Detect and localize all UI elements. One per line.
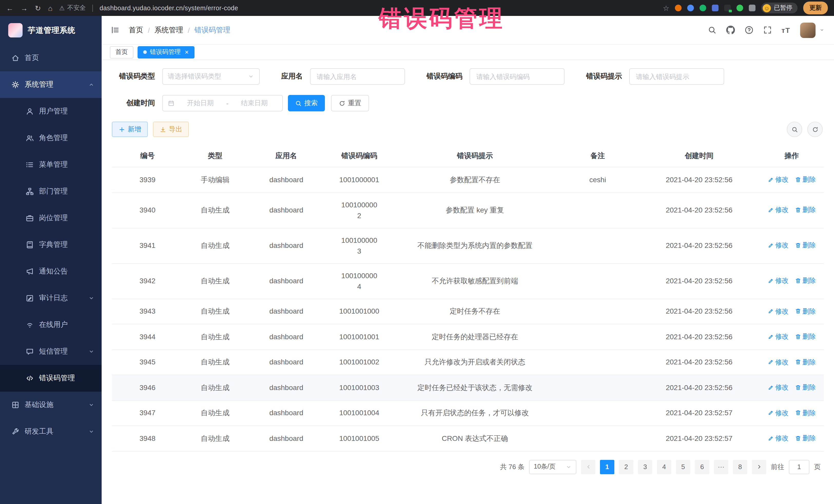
app-name-input[interactable]: [310, 68, 405, 85]
breadcrumb-item[interactable]: 系统管理: [154, 25, 183, 35]
delete-link-label: 删除: [803, 433, 816, 443]
page-size-select[interactable]: 10条/页: [529, 460, 576, 474]
page-button-2[interactable]: 2: [619, 460, 633, 474]
delete-link[interactable]: 删除: [795, 240, 816, 251]
back-icon[interactable]: ←: [6, 4, 13, 12]
page-button-8[interactable]: 8: [733, 460, 747, 474]
extension-blue-icon[interactable]: [687, 5, 694, 11]
profile-chip[interactable]: ☺ 已暂停: [761, 3, 797, 13]
edit-link[interactable]: 修改: [768, 356, 789, 367]
sidebar-toggle[interactable]: [111, 26, 119, 35]
tab-home[interactable]: 首页: [110, 46, 133, 58]
sidebar-item-sms[interactable]: 短信管理: [0, 338, 102, 365]
forward-icon[interactable]: →: [21, 4, 28, 12]
home-icon[interactable]: ⌂: [48, 4, 52, 12]
delete-link[interactable]: 删除: [795, 433, 816, 443]
cell-time: 2021-04-20 23:52:56: [639, 324, 760, 350]
sidebar-item-book[interactable]: 字典管理: [0, 232, 102, 258]
edit-icon: [768, 308, 774, 314]
page-more-button[interactable]: ···: [714, 460, 728, 474]
sidebar-item-grid[interactable]: 基础设施: [0, 392, 102, 418]
sidebar-item-briefcase[interactable]: 岗位管理: [0, 205, 102, 232]
delete-link[interactable]: 删除: [795, 204, 816, 215]
refresh-table-button[interactable]: [807, 122, 823, 137]
extension-dark-on-icon[interactable]: [724, 5, 731, 11]
reload-icon[interactable]: ↻: [35, 4, 41, 12]
sidebar-item-menu[interactable]: 菜单管理: [0, 151, 102, 178]
cell-hint: 不能删除类型为系统内置的参数配置: [393, 228, 557, 263]
table-header-row: 编号类型应用名错误码编码错误码提示备注创建时间操作: [112, 145, 824, 167]
date-range-picker[interactable]: 开始日期 - 结束日期: [162, 95, 283, 111]
reset-button[interactable]: 重置: [331, 95, 369, 111]
edit-link[interactable]: 修改: [768, 275, 789, 286]
caret-down-icon[interactable]: [819, 27, 825, 33]
add-button[interactable]: 新增: [112, 122, 148, 137]
delete-link[interactable]: 删除: [795, 306, 816, 316]
error-hint-input[interactable]: [629, 68, 724, 85]
sidebar-item-user[interactable]: 用户管理: [0, 98, 102, 125]
user-avatar[interactable]: [800, 22, 815, 38]
delete-link[interactable]: 删除: [795, 356, 816, 367]
app-logo[interactable]: 芋道管理系统: [0, 16, 102, 45]
edit-link[interactable]: 修改: [768, 331, 789, 342]
page-button-4[interactable]: 4: [657, 460, 671, 474]
cell-type: 自动生成: [183, 426, 247, 451]
delete-link[interactable]: 删除: [795, 382, 816, 393]
page-size-value: 10条/页: [534, 462, 555, 471]
sidebar-item-megaphone[interactable]: 通知公告: [0, 258, 102, 285]
page-button-3[interactable]: 3: [638, 460, 652, 474]
extension-green-check-icon[interactable]: [700, 5, 706, 11]
table-body: 3939手动编辑dashboard1001000001参数配置不存在ceshi2…: [112, 167, 824, 451]
extension-orange-icon[interactable]: [675, 5, 682, 11]
breadcrumb-item[interactable]: 首页: [129, 25, 143, 35]
tab-error-code[interactable]: 错误码管理×: [137, 46, 194, 58]
prev-page-button[interactable]: [581, 460, 595, 474]
search-icon[interactable]: [707, 26, 716, 35]
extension-leaf-icon[interactable]: [737, 5, 743, 11]
edit-link[interactable]: 修改: [768, 174, 789, 185]
delete-link[interactable]: 删除: [795, 331, 816, 342]
cell-time: 2021-04-20 23:52:56: [639, 263, 760, 299]
page-button-5[interactable]: 5: [676, 460, 690, 474]
edit-link[interactable]: 修改: [768, 306, 789, 316]
delete-link[interactable]: 删除: [795, 275, 816, 286]
sidebar-item-wrench[interactable]: 研发工具: [0, 418, 102, 445]
edit-icon: [768, 435, 774, 441]
browser-update-button[interactable]: 更新: [803, 2, 828, 14]
sidebar-item-tree[interactable]: 部门管理: [0, 178, 102, 205]
export-button[interactable]: 导出: [153, 122, 189, 137]
sidebar-item-online[interactable]: 在线用户: [0, 311, 102, 338]
sidebar-item-code[interactable]: 错误码管理: [0, 365, 102, 392]
next-page-button[interactable]: [752, 460, 766, 474]
security-indicator[interactable]: ⚠ 不安全: [59, 4, 86, 12]
edit-link[interactable]: 修改: [768, 240, 789, 251]
edit-link[interactable]: 修改: [768, 433, 789, 443]
toggle-search-button[interactable]: [787, 122, 802, 137]
error-type-select[interactable]: 请选择错误码类型: [162, 68, 260, 85]
page-button-6[interactable]: 6: [695, 460, 709, 474]
delete-link[interactable]: 删除: [795, 407, 816, 418]
cell-code: 100100000 4: [325, 263, 393, 299]
cell-hint: 定时任务的处理器已经存在: [393, 324, 557, 350]
search-button[interactable]: 搜索: [288, 95, 325, 111]
close-tab-icon[interactable]: ×: [185, 49, 189, 56]
sidebar-item-users[interactable]: 角色管理: [0, 125, 102, 151]
sidebar-item-gear[interactable]: 系统管理: [0, 71, 102, 98]
sidebar-item-home[interactable]: 首页: [0, 45, 102, 71]
question-icon[interactable]: [744, 26, 753, 35]
error-code-input[interactable]: [469, 68, 565, 85]
delete-link[interactable]: 删除: [795, 174, 816, 185]
address-url[interactable]: dashboard.yudao.iocoder.cn/system/error-…: [100, 4, 238, 12]
bookmark-star-icon[interactable]: ☆: [663, 4, 669, 12]
goto-page-input[interactable]: [789, 460, 809, 474]
sidebar-item-log[interactable]: 审计日志: [0, 285, 102, 311]
font-size-icon[interactable]: тT: [782, 26, 790, 34]
fullscreen-icon[interactable]: [763, 26, 772, 35]
edit-link[interactable]: 修改: [768, 382, 789, 393]
edit-link[interactable]: 修改: [768, 407, 789, 418]
extension-puzzle-icon[interactable]: [749, 5, 755, 11]
github-icon[interactable]: [726, 26, 735, 35]
edit-link[interactable]: 修改: [768, 204, 789, 215]
extension-stats-icon[interactable]: [712, 5, 719, 11]
page-button-1[interactable]: 1: [600, 460, 614, 474]
